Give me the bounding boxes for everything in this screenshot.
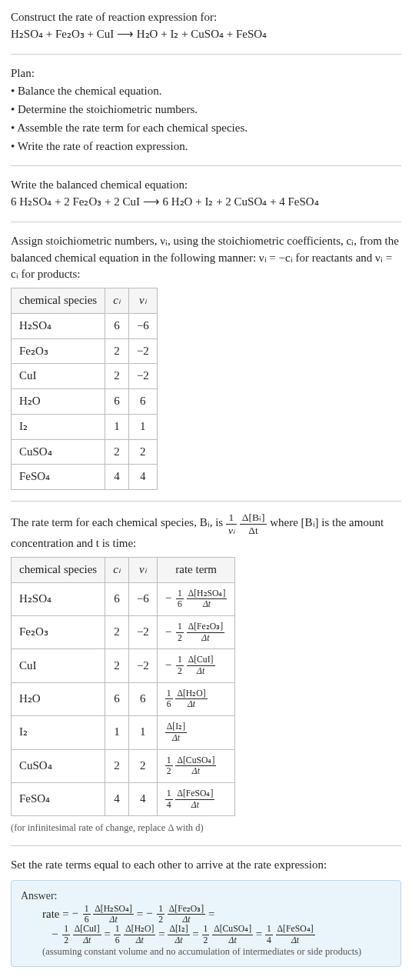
table-row: I₂11Δ[I₂]Δt [12,716,235,749]
table-cell: 4 [128,465,157,490]
table-cell: CuSO₄ [12,749,105,782]
table-cell: 2 [128,749,157,782]
table-cell: −2 [128,364,157,389]
table-cell: −2 [128,338,157,364]
balanced-equation: 6 H₂SO₄ + 2 Fe₂O₃ + 2 CuI ⟶ 6 H₂O + I₂ +… [11,194,401,211]
table-cell: 2 [128,439,157,465]
table-cell: 1 [105,414,129,439]
intro-title: Construct the rate of reaction expressio… [11,9,401,26]
table-cell: 6 [128,682,157,715]
table-header: rate term [157,557,235,582]
table-cell: −6 [128,582,157,615]
answer-label: Answer: [21,888,391,904]
divider [11,222,401,222]
balanced-label: Write the balanced chemical equation: [11,177,401,194]
plan-item: • Assemble the rate term for each chemic… [11,120,401,137]
table-row: CuI2−2− 12 Δ[CuI]Δt [12,649,235,682]
table-cell: 4 [105,465,129,490]
table-cell: H₂SO₄ [12,313,105,338]
table-row: H₂O66 [12,389,158,415]
table-header: chemical species [12,557,105,582]
table-header-row: chemical species cᵢ νᵢ [12,288,158,314]
table-cell: 2 [105,615,129,648]
table-cell: −6 [128,313,157,338]
answer-note: (assuming constant volume and no accumul… [42,945,391,958]
table-row: Fe₂O₃2−2 [12,338,158,364]
table-cell: 6 [105,682,129,715]
table-cell: FeSO₄ [12,465,105,490]
delta-fraction: Δ[Bᵢ] Δt [240,512,267,535]
table-header-row: chemical species cᵢ νᵢ rate term [12,557,235,582]
table-header: cᵢ [105,288,129,314]
table-cell: H₂O [12,389,105,415]
table-cell: I₂ [12,414,105,439]
table-header: chemical species [12,288,105,314]
table-cell: 2 [105,749,129,782]
intro-equation: H₂SO₄ + Fe₂O₃ + CuI ⟶ H₂O + I₂ + CuSO₄ +… [11,26,401,43]
table-cell: 2 [105,338,129,364]
coefficient-fraction: 1 νᵢ [226,512,237,535]
infinitesimal-note: (for infinitesimal rate of change, repla… [11,821,401,835]
table-cell: FeSO₄ [12,782,105,815]
stoichiometry-table: chemical species cᵢ νᵢ H₂SO₄6−6Fe₂O₃2−2C… [11,288,158,490]
rate-term-intro: The rate term for each chemical species,… [11,512,401,552]
table-cell: − 12 Δ[Fe₂O₃]Δt [157,615,235,648]
divider [11,845,401,846]
table-row: FeSO₄44 [12,465,158,490]
table-cell: 4 [105,782,129,815]
plan-item: • Determine the stoichiometric numbers. [11,102,401,118]
divider [11,165,401,166]
plan-label: Plan: [11,65,401,82]
divider [11,54,401,55]
answer-expression: rate = − 16 Δ[H₂SO₄]Δt = − 12 Δ[Fe₂O₃]Δt… [42,905,391,945]
table-cell: 14 Δ[FeSO₄]Δt [157,782,235,815]
table-cell: 1 [105,716,129,749]
table-cell: CuI [12,649,105,682]
plan-item: • Balance the chemical equation. [11,83,401,100]
answer-box: Answer: rate = − 16 Δ[H₂SO₄]Δt = − 12 Δ[… [11,880,401,967]
table-row: Fe₂O₃2−2− 12 Δ[Fe₂O₃]Δt [12,615,235,648]
table-cell: H₂SO₄ [12,582,105,615]
table-cell: 2 [105,439,129,465]
table-row: CuSO₄2212 Δ[CuSO₄]Δt [12,749,235,782]
table-cell: H₂O [12,682,105,715]
table-cell: 6 [105,313,129,338]
table-cell: Δ[I₂]Δt [157,716,235,749]
table-cell: CuI [12,364,105,389]
table-cell: 16 Δ[H₂O]Δt [157,682,235,715]
table-header: νᵢ [128,557,157,582]
table-row: FeSO₄4414 Δ[FeSO₄]Δt [12,782,235,815]
table-row: H₂O6616 Δ[H₂O]Δt [12,682,235,715]
table-cell: − 16 Δ[H₂SO₄]Δt [157,582,235,615]
assign-text: Assign stoichiometric numbers, νᵢ, using… [11,233,401,283]
table-cell: 1 [128,716,157,749]
table-cell: I₂ [12,716,105,749]
table-row: H₂SO₄6−6− 16 Δ[H₂SO₄]Δt [12,582,235,615]
table-row: CuSO₄22 [12,439,158,465]
table-cell: 12 Δ[CuSO₄]Δt [157,749,235,782]
table-row: I₂11 [12,414,158,439]
table-cell: 6 [105,582,129,615]
table-cell: −2 [128,615,157,648]
rate-term-table: chemical species cᵢ νᵢ rate term H₂SO₄6−… [11,557,235,817]
table-header: cᵢ [105,557,129,582]
table-header: νᵢ [128,288,157,314]
table-cell: −2 [128,649,157,682]
table-row: CuI2−2 [12,364,158,389]
table-cell: Fe₂O₃ [12,615,105,648]
plan-item: • Write the rate of reaction expression. [11,138,401,155]
table-cell: 4 [128,782,157,815]
table-cell: − 12 Δ[CuI]Δt [157,649,235,682]
divider [11,501,401,502]
table-cell: 2 [105,649,129,682]
table-row: H₂SO₄6−6 [12,313,158,338]
table-cell: Fe₂O₃ [12,338,105,364]
set-rate-text: Set the rate terms equal to each other t… [11,857,401,874]
table-cell: 6 [128,389,157,415]
table-cell: CuSO₄ [12,439,105,465]
table-cell: 2 [105,364,129,389]
table-cell: 6 [105,389,129,415]
table-cell: 1 [128,414,157,439]
